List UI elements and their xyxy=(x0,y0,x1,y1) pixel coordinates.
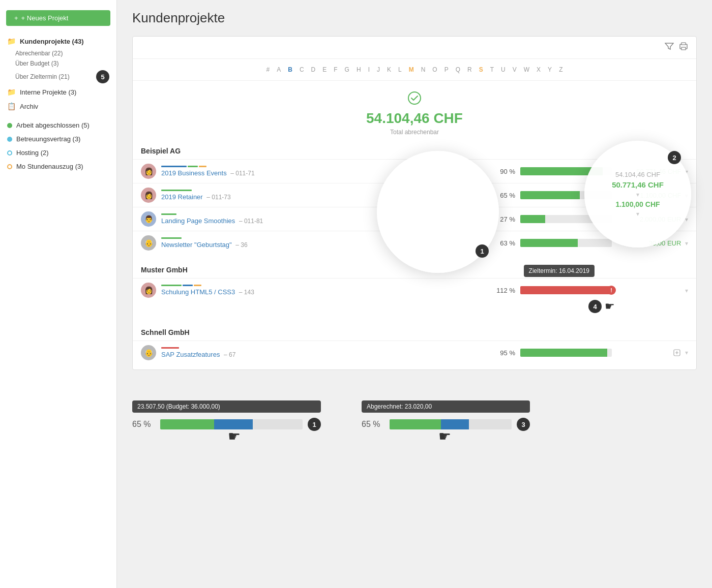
filter-icon[interactable] xyxy=(665,42,674,53)
table-row[interactable]: 👨 Landing Page Smoothies – 011-81 27 % xyxy=(133,207,696,231)
chevron-down-icon: ▾ xyxy=(685,216,688,223)
project-id: – 143 xyxy=(239,289,254,296)
alpha-K[interactable]: K xyxy=(385,65,393,74)
chevron-down-icon: ▾ xyxy=(685,287,688,294)
bottom-left-bar-container: ☛ xyxy=(160,419,303,429)
alpha-S[interactable]: S xyxy=(477,65,485,74)
group-muster-gmbh: Muster GmbH Zieltermin: 16.04.2019 👩 xyxy=(133,260,696,322)
amount-value[interactable]: ▾ xyxy=(617,287,688,294)
project-link[interactable]: Schulung HTML5 / CSS3 xyxy=(161,288,235,296)
sidebar-item-ueber-zieltermin[interactable]: Über Zieltermin (21) 5 xyxy=(15,69,116,85)
alpha-H[interactable]: H xyxy=(354,65,363,74)
alpha-G[interactable]: G xyxy=(343,65,351,74)
sidebar-item-abrechenbar[interactable]: Abrechenbar (22) xyxy=(15,48,116,58)
sidebar-item-hosting[interactable]: Hosting (2) xyxy=(0,146,116,160)
alpha-C[interactable]: C xyxy=(298,65,306,74)
chevron-down-icon: ▾ xyxy=(685,349,688,356)
bottom-right-percent: 65 % xyxy=(362,420,384,429)
project-link[interactable]: SAP Zusatzfeatures xyxy=(161,351,220,358)
amount-value[interactable]: ▾ xyxy=(617,349,688,357)
project-link[interactable]: Newsletter "Geburtstag" xyxy=(161,241,232,249)
sidebar: + + Neues Projekt 📁 Kundenprojekte (43) … xyxy=(0,0,117,588)
bottom-right-bar-green xyxy=(390,419,441,429)
avatar: 👩 xyxy=(141,283,156,298)
muster-row-wrapper: Zieltermin: 16.04.2019 👩 Schulung HT xyxy=(133,278,696,302)
alpha-P[interactable]: P xyxy=(442,65,451,74)
progress-bar-container: ! xyxy=(520,286,612,294)
alpha-V[interactable]: V xyxy=(511,65,519,74)
chevron-down-icon: ▾ xyxy=(685,240,688,247)
bottom-left-tooltip: 23.507,50 (Budget: 36.000,00) xyxy=(132,400,321,413)
tooltip-text: Zieltermin: 16.04.2019 xyxy=(529,267,589,274)
content-area: # A B C D E F G H I J K L M N O P Q R S xyxy=(132,36,697,370)
table-row[interactable]: 👴 SAP Zusatzfeatures – 67 95 % xyxy=(133,341,696,364)
sidebar-item-interne-projekte[interactable]: 📁 Interne Projekte (3) xyxy=(0,85,116,99)
alpha-T[interactable]: T xyxy=(488,65,496,74)
alphabet-nav: # A B C D E F G H I J K L M N O P Q R S xyxy=(133,59,696,81)
sidebar-item-archiv[interactable]: 📋 Archiv xyxy=(0,99,116,113)
amount-value[interactable]: 50.771,46 CHF ▾ xyxy=(617,168,688,175)
project-info: SAP Zusatzfeatures – 67 xyxy=(161,347,480,358)
svg-rect-1 xyxy=(681,47,686,50)
project-id: – 36 xyxy=(235,241,247,249)
group-beispiel-ag: Beispiel AG 👩 2019 Business Events – 011… xyxy=(133,141,696,260)
amount-value[interactable]: 2.000,00 EUR ▾ xyxy=(617,215,688,223)
page-title: Kundenprojekte xyxy=(132,10,697,26)
alpha-B[interactable]: B xyxy=(286,65,294,74)
main-content: Kundenprojekte # A B C D E F G xyxy=(117,0,712,588)
table-row[interactable]: 👩 2019 Retainer – 011-73 65 % xyxy=(133,183,696,207)
alpha-N[interactable]: N xyxy=(419,65,428,74)
alpha-L[interactable]: L xyxy=(396,65,404,74)
project-info: Landing Page Smoothies – 011-81 xyxy=(161,213,480,225)
bottom-left-percent: 65 % xyxy=(132,420,155,429)
progress-bar-container xyxy=(520,239,612,247)
alpha-U[interactable]: U xyxy=(499,65,508,74)
sidebar-item-betreuungsvertrag[interactable]: Betreuungsvertrag (3) xyxy=(0,132,116,146)
project-link[interactable]: 2019 Business Events xyxy=(161,169,227,177)
alpha-X[interactable]: X xyxy=(535,65,543,74)
alpha-Y[interactable]: Y xyxy=(546,65,554,74)
bottom-left-bar-green xyxy=(160,419,214,429)
sidebar-item-arbeit-abgeschlossen[interactable]: Arbeit abgeschlossen (5) xyxy=(0,118,116,132)
amount-value[interactable]: 1.100,00 CHF ▾ xyxy=(617,192,688,199)
bottom-right-tooltip-text: Abgerechnet: 23.020,00 xyxy=(367,403,432,410)
project-link[interactable]: 2019 Retainer xyxy=(161,193,203,201)
folder-icon: 📁 xyxy=(7,37,16,45)
alpha-Z[interactable]: Z xyxy=(557,65,565,74)
bottom-right-bar-row: 65 % ☛ 3 xyxy=(362,418,530,431)
alpha-F[interactable]: F xyxy=(332,65,339,74)
table-row[interactable]: 👩 Schulung HTML5 / CSS3 – 143 11 xyxy=(133,278,696,302)
alpha-M[interactable]: M xyxy=(407,65,416,74)
sidebar-item-mo-stundenauszug[interactable]: Mo Stundenauszug (3) xyxy=(0,160,116,173)
chevron-down-icon: ▾ xyxy=(685,168,688,175)
svg-point-3 xyxy=(408,92,421,104)
percent-value: 95 % xyxy=(485,349,515,357)
toolbar xyxy=(133,37,696,59)
project-id: – 011-81 xyxy=(239,218,263,225)
project-id: – 011-71 xyxy=(230,170,254,177)
project-link[interactable]: Landing Page Smoothies xyxy=(161,217,235,225)
alpha-W[interactable]: W xyxy=(522,65,531,74)
alpha-Q[interactable]: Q xyxy=(454,65,462,74)
sidebar-item-kundenprojekte[interactable]: 📁 Kundenprojekte (43) xyxy=(0,34,116,48)
new-project-button[interactable]: + + Neues Projekt xyxy=(6,10,110,26)
alpha-E[interactable]: E xyxy=(320,65,329,74)
alpha-O[interactable]: O xyxy=(430,65,439,74)
amount-value[interactable]: 30,00 EUR ▾ xyxy=(617,239,688,247)
print-icon[interactable] xyxy=(679,42,688,53)
warning-icon: ! xyxy=(607,286,616,295)
alpha-I[interactable]: I xyxy=(366,65,372,74)
alpha-J[interactable]: J xyxy=(375,65,382,74)
alpha-D[interactable]: D xyxy=(309,65,318,74)
alpha-R[interactable]: R xyxy=(465,65,474,74)
table-row[interactable]: 👩 2019 Business Events – 011-71 90 % xyxy=(133,159,696,183)
plus-icon: + xyxy=(14,14,18,22)
alpha-A[interactable]: A xyxy=(275,65,283,74)
avatar: 👩 xyxy=(141,188,156,203)
group-header-schnell-gmbh: Schnell GmbH xyxy=(133,322,696,341)
project-info: Newsletter "Geburtstag" – 36 xyxy=(161,237,480,249)
alpha-hash[interactable]: # xyxy=(264,65,272,74)
sidebar-item-ueber-budget[interactable]: Über Budget (3) xyxy=(15,58,116,69)
avatar: 👨 xyxy=(141,211,156,227)
table-row[interactable]: 👴 Newsletter "Geburtstag" – 36 63 % xyxy=(133,231,696,255)
